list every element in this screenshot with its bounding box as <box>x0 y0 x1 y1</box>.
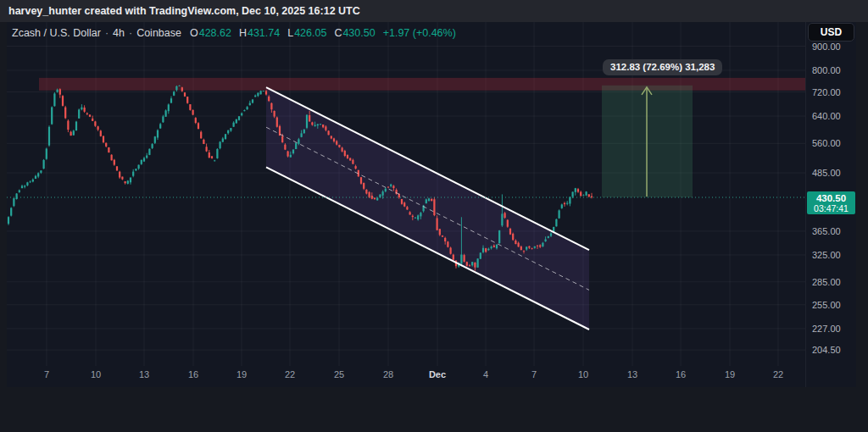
interval-label[interactable]: 4h <box>113 27 125 39</box>
price-axis-label: 255.00 <box>812 299 841 311</box>
time-axis-label: 16 <box>664 369 698 379</box>
low-value: 426.05 <box>294 27 326 39</box>
bar-countdown: 03:47:41 <box>807 204 855 213</box>
time-axis-label: 10 <box>79 369 113 379</box>
price-axis-label: 560.00 <box>812 137 841 149</box>
price-axis[interactable]: 430.50 03:47:41 900.00800.00720.00640.00… <box>805 22 857 387</box>
symbol-title[interactable]: Zcash / U.S. Dollar <box>12 27 101 39</box>
time-axis-month-label: Dec <box>420 369 454 379</box>
attribution-text: harvey_hunter created with TradingView.c… <box>8 5 360 17</box>
legend-separator: · <box>129 27 132 39</box>
price-axis-label: 640.00 <box>812 110 841 122</box>
price-axis-label: 485.00 <box>812 167 841 179</box>
price-change: +1.97 (+0.46%) <box>383 27 456 39</box>
legend-separator: · <box>105 27 108 39</box>
low-key: L <box>287 27 293 39</box>
time-axis-label: 25 <box>322 369 356 379</box>
time-axis-label: 7 <box>30 369 64 379</box>
attribution-bar: harvey_hunter created with TradingView.c… <box>0 0 868 22</box>
projection-measure-label: 312.83 (72.69%) 31,283 <box>603 59 722 75</box>
exchange-label[interactable]: Coinbase <box>136 27 181 39</box>
price-axis-label: 900.00 <box>812 41 841 53</box>
time-axis-label: 7 <box>517 369 551 379</box>
current-price-value: 430.50 <box>807 192 855 204</box>
currency-toggle-button[interactable]: USD <box>808 23 854 42</box>
time-axis-label: 13 <box>127 369 161 379</box>
chart-canvas[interactable] <box>0 22 868 366</box>
time-axis-label: 19 <box>713 369 747 379</box>
time-axis-label: 22 <box>761 369 795 379</box>
price-axis-label: 720.00 <box>812 86 841 98</box>
open-key: O <box>190 27 198 39</box>
price-axis-label: 227.00 <box>812 323 841 335</box>
tradingview-chart-page: harvey_hunter created with TradingView.c… <box>0 0 868 432</box>
current-price-badge: 430.50 03:47:41 <box>807 191 855 214</box>
symbol-legend[interactable]: Zcash / U.S. Dollar · 4h · Coinbase O428… <box>12 25 456 41</box>
open-value: 428.62 <box>199 27 231 39</box>
footer-bar: TradingView <box>0 387 868 432</box>
ohlc-values: O428.62 H431.74 L426.05 C430.50 <box>190 27 376 39</box>
price-axis-label: 800.00 <box>812 64 841 76</box>
close-key: C <box>334 27 342 39</box>
channel-mid-line[interactable] <box>266 127 589 290</box>
high-value: 431.74 <box>248 27 280 39</box>
time-axis-label: 19 <box>225 369 259 379</box>
price-axis-label: 204.50 <box>812 344 841 356</box>
time-axis-label: 4 <box>469 369 503 379</box>
time-axis-label: 16 <box>176 369 210 379</box>
close-value: 430.50 <box>342 27 375 39</box>
price-axis-label: 285.00 <box>812 276 841 288</box>
price-axis-label: 365.00 <box>812 225 841 237</box>
high-key: H <box>239 27 247 39</box>
time-axis-label: 10 <box>566 369 600 379</box>
time-axis-label: 28 <box>371 369 405 379</box>
time-axis-label: 13 <box>615 369 649 379</box>
time-axis-label: 22 <box>273 369 307 379</box>
price-axis-label: 325.00 <box>812 249 841 261</box>
